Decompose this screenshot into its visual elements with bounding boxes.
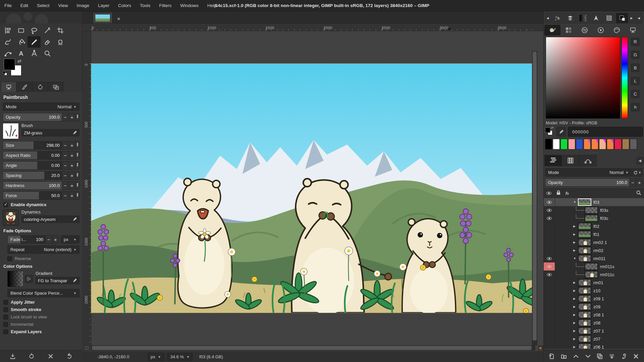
layer-thumbnail[interactable]	[578, 223, 591, 230]
layer-opacity-slider[interactable]: Opacity 100.0 − +	[545, 178, 643, 187]
channel-button[interactable]: C	[631, 90, 640, 98]
stylus-link-icon[interactable]	[75, 152, 79, 159]
tool-option-slider[interactable]: Spacing 20.0 − +	[3, 171, 79, 180]
increment-button[interactable]: +	[68, 141, 75, 149]
decrement-button[interactable]: −	[62, 141, 68, 149]
layer-thumbnail[interactable]	[585, 206, 598, 214]
vertical-scrollbar[interactable]	[532, 51, 537, 345]
layer-name[interactable]: f02	[593, 224, 599, 229]
restore-tool-preset-icon[interactable]	[26, 352, 37, 361]
color-picker-square[interactable]	[546, 37, 620, 119]
brush-preview[interactable]	[3, 123, 19, 139]
tool-option-slider[interactable]: Hardness 100.0 − +	[3, 181, 79, 190]
color-swatch[interactable]	[614, 139, 622, 149]
layer-visibility-toggle[interactable]	[544, 230, 555, 238]
layer-name[interactable]: z06 1	[593, 345, 604, 349]
layer-row[interactable]: z07	[544, 335, 644, 343]
layer-row[interactable]: z10	[544, 287, 644, 295]
color-swatch[interactable]	[576, 139, 583, 149]
channel-button[interactable]: G	[631, 51, 640, 59]
layer-expander-icon[interactable]	[573, 249, 578, 252]
layer-row[interactable]: rm01	[544, 279, 644, 287]
warp-transform-tool[interactable]	[1, 36, 14, 48]
tab-layers-stack[interactable]	[564, 13, 576, 23]
layer-name[interactable]: f03c	[600, 216, 608, 221]
layer-thumbnail[interactable]	[578, 335, 591, 343]
layer-visibility-toggle[interactable]	[544, 254, 555, 262]
layer-visibility-toggle[interactable]	[544, 222, 555, 230]
tab-tool-options-dock[interactable]	[625, 25, 641, 36]
channel-button[interactable]: h	[631, 103, 640, 111]
increment-button[interactable]: +	[68, 182, 75, 189]
layer-visibility-toggle[interactable]	[544, 319, 555, 327]
layer-row[interactable]: rm02 1	[544, 238, 644, 246]
menu-item[interactable]: File	[0, 0, 16, 11]
fuzzy-select-tool[interactable]	[41, 25, 54, 36]
layer-visibility-toggle[interactable]	[544, 295, 555, 303]
layer-name[interactable]: rm011s	[600, 264, 614, 269]
gradient-name-entry[interactable]: FG to Transpar	[36, 277, 79, 284]
text-tool[interactable]: A	[14, 48, 28, 59]
decrement-button[interactable]: −	[45, 236, 52, 243]
tab-cmyk[interactable]	[560, 25, 577, 36]
zoom-tool[interactable]	[41, 48, 54, 59]
visibility-column-icon[interactable]	[546, 192, 551, 195]
tool-option-checkbox[interactable]: Smooth stroke	[3, 307, 79, 312]
layer-row[interactable]: z07 1	[544, 327, 644, 335]
reset-tool-options-icon[interactable]	[64, 352, 74, 361]
layer-visibility-toggle[interactable]	[544, 262, 555, 270]
dock-scroll-right-icon[interactable]: ▶	[629, 13, 634, 23]
foreground-color-swatch[interactable]	[4, 59, 15, 70]
raise-layer-icon[interactable]	[571, 352, 581, 361]
canvas-viewport[interactable]: 0500100015002000	[82, 31, 537, 345]
layer-expander-icon[interactable]	[573, 200, 578, 204]
mode-dropdown[interactable]: Mode Normal ▼	[3, 103, 79, 111]
increment-button[interactable]: +	[68, 152, 75, 159]
stylus-link-icon[interactable]	[75, 162, 79, 169]
opacity-slider[interactable]: Opacity 100.0 − +	[3, 113, 79, 121]
stylus-link-icon[interactable]	[75, 182, 79, 189]
channel-button[interactable]: B	[631, 64, 640, 72]
tab-channels[interactable]	[562, 155, 579, 166]
new-layer-icon[interactable]	[547, 352, 557, 361]
layer-row[interactable]: z08 1	[544, 311, 644, 319]
layer-expander-icon[interactable]	[573, 281, 578, 284]
layer-name[interactable]: rm02 1	[593, 240, 607, 245]
more-swatches[interactable]: · · ·	[544, 150, 644, 154]
layer-mode-dropdown[interactable]: Mode Normal ▼	[545, 168, 632, 177]
tab-tool-options[interactable]	[1, 82, 16, 92]
layer-row[interactable]: z09 1	[544, 295, 644, 303]
increment-button[interactable]: +	[52, 236, 59, 243]
layer-expander-icon[interactable]	[573, 289, 578, 292]
decrement-button[interactable]: −	[62, 172, 68, 179]
tool-option-checkbox[interactable]: Expand Layers	[3, 329, 79, 334]
layer-visibility-toggle[interactable]	[544, 246, 555, 254]
layer-thumbnail[interactable]	[578, 287, 591, 294]
stylus-link-icon[interactable]	[75, 141, 79, 149]
layer-visibility-toggle[interactable]	[544, 303, 555, 311]
lock-icon[interactable]	[556, 190, 561, 196]
checkbox-icon[interactable]	[3, 202, 8, 207]
layer-row[interactable]: z09	[544, 303, 644, 311]
color-swatch[interactable]	[560, 139, 568, 149]
bucket-fill-tool[interactable]	[14, 36, 28, 48]
increment-button[interactable]: +	[636, 179, 643, 186]
dynamics-preview[interactable]	[3, 209, 19, 226]
channel-button[interactable]: R	[631, 38, 640, 46]
paintbrush-tool[interactable]	[28, 36, 41, 48]
checkbox-icon[interactable]	[7, 256, 12, 261]
menu-item[interactable]: Image	[72, 0, 94, 11]
brush-name-entry[interactable]: ZM-grass	[21, 129, 79, 136]
layer-row[interactable]: f02	[544, 222, 644, 230]
paths-tool[interactable]	[1, 48, 14, 59]
color-swatch[interactable]	[553, 139, 560, 149]
layer-visibility-toggle[interactable]	[544, 327, 555, 335]
gradient-preview[interactable]	[7, 271, 23, 287]
channel-button[interactable]: L	[631, 77, 640, 85]
stylus-link-icon[interactable]	[75, 172, 79, 179]
tab-gradients[interactable]	[577, 13, 589, 23]
tool-option-slider[interactable]: Size 298.00 − +	[3, 141, 79, 149]
lower-layer-icon[interactable]	[583, 352, 593, 361]
stylus-link-icon[interactable]	[75, 113, 79, 121]
layer-name[interactable]: z08 1	[593, 312, 604, 317]
